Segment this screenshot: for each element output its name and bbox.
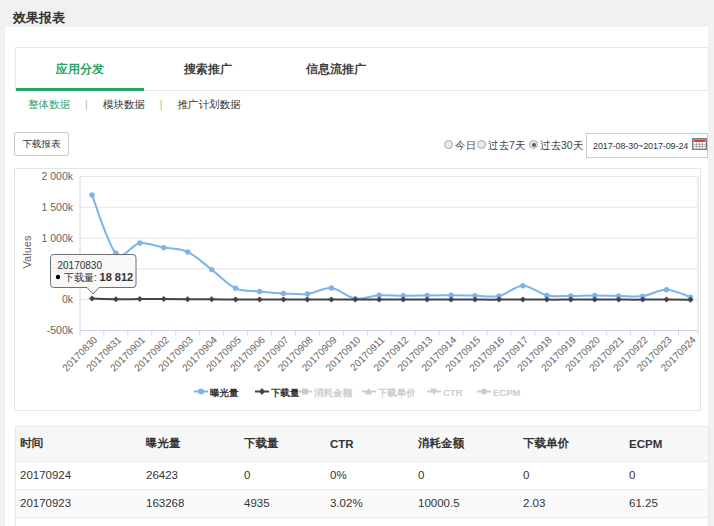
svg-text:20170830: 20170830	[58, 260, 103, 271]
svg-text:ECPM: ECPM	[493, 387, 521, 398]
svg-text:1 000k: 1 000k	[41, 232, 73, 244]
svg-text:CTR: CTR	[443, 387, 463, 398]
svg-text:曝光量: 曝光量	[210, 387, 239, 398]
svg-text:下载量: 下载量	[270, 387, 300, 398]
svg-text:-500k: -500k	[47, 324, 74, 336]
svg-text:下载量: 18 812: 下载量: 18 812	[64, 271, 133, 283]
svg-text:1 500k: 1 500k	[41, 201, 73, 213]
svg-text:2 000k: 2 000k	[41, 170, 73, 182]
svg-text:Values: Values	[21, 235, 33, 268]
svg-text:下载单价: 下载单价	[377, 387, 417, 398]
svg-text:0k: 0k	[62, 293, 74, 305]
svg-text:消耗金额: 消耗金额	[313, 387, 353, 398]
